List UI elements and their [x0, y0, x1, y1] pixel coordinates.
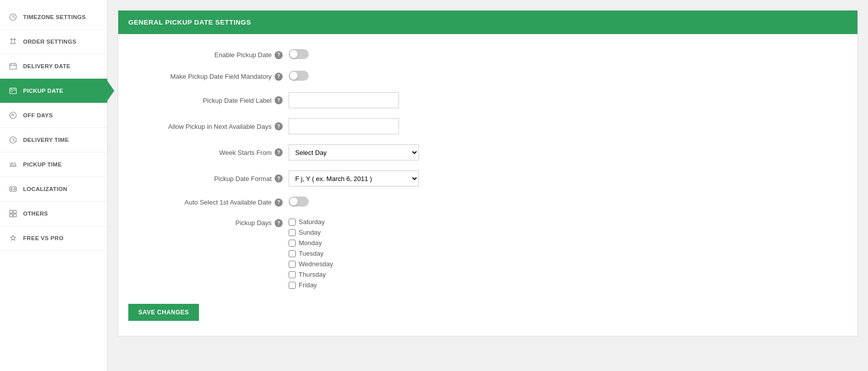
off-days-icon	[8, 110, 18, 120]
date-format-label: Pickup Date Format ?	[128, 174, 289, 182]
checkbox-sunday[interactable]	[289, 229, 296, 236]
field-label-row: Pickup Date Field Label ?	[128, 92, 847, 108]
order-icon	[8, 37, 18, 47]
svg-rect-2	[10, 88, 17, 94]
sidebar-item-off-days[interactable]: Off Days	[0, 103, 107, 128]
field-label-input-container	[289, 92, 399, 108]
day-friday[interactable]: Friday	[289, 281, 333, 289]
day-thursday[interactable]: Thursday	[289, 271, 333, 278]
free-vs-pro-icon	[8, 233, 18, 243]
day-tuesday-label: Tuesday	[299, 250, 323, 257]
card-title: General Pickup Date Settings	[128, 19, 251, 26]
day-tuesday[interactable]: Tuesday	[289, 250, 333, 257]
auto-select-help-icon[interactable]: ?	[275, 199, 283, 207]
checkbox-thursday[interactable]	[289, 271, 296, 278]
day-wednesday[interactable]: Wednesday	[289, 260, 333, 268]
sidebar-label-timezone: Timezone Settings	[23, 14, 86, 20]
svg-rect-10	[10, 214, 13, 217]
sidebar-item-free-vs-pro[interactable]: Free VS Pro	[0, 226, 107, 251]
delivery-date-icon	[8, 61, 18, 71]
sidebar-item-pickup-time[interactable]: Pickup Time	[0, 152, 107, 177]
others-icon	[8, 209, 18, 219]
checkbox-saturday[interactable]	[289, 219, 296, 226]
next-days-help-icon[interactable]: ?	[275, 122, 283, 130]
sidebar-label-others: Others	[23, 211, 48, 217]
pickup-days-help-icon[interactable]: ?	[275, 219, 283, 227]
week-starts-select[interactable]: Select Day Sunday Monday Tuesday Wednesd…	[289, 144, 419, 160]
sidebar-label-pickup: Pickup Date	[23, 88, 63, 94]
checkbox-wednesday[interactable]	[289, 261, 296, 268]
date-format-select-container: F j, Y ( ex. March 6, 2011 ) d/m/Y m/d/Y…	[289, 170, 419, 187]
next-available-days-label: Allow Pickup in Next Available Days ?	[128, 122, 289, 130]
sidebar-item-delivery-date[interactable]: Delivery Date	[0, 54, 107, 79]
sidebar-item-pickup-date[interactable]: Pickup Date	[0, 79, 107, 103]
sidebar-label-order: Order Settings	[23, 39, 76, 45]
mandatory-help-icon[interactable]: ?	[275, 73, 283, 81]
pickup-days-row: Pickup Days ? Saturday Sunday	[128, 218, 847, 289]
sidebar-item-localization[interactable]: Localization	[0, 177, 107, 202]
sidebar-label-offdays: Off Days	[23, 112, 53, 118]
card-body: Enable Pickup Date ? Make Pickup Date Fi…	[118, 34, 857, 336]
sidebar-item-others[interactable]: Others	[0, 202, 107, 226]
enable-pickup-help-icon[interactable]: ?	[275, 51, 283, 59]
week-starts-select-container: Select Day Sunday Monday Tuesday Wednesd…	[289, 144, 419, 160]
day-friday-label: Friday	[299, 281, 317, 289]
enable-pickup-label: Enable Pickup Date ?	[128, 51, 289, 59]
sidebar-label-free-vs-pro: Free VS Pro	[23, 235, 64, 241]
day-monday[interactable]: Monday	[289, 239, 333, 247]
mandatory-label: Make Pickup Date Field Mandatory ?	[128, 73, 289, 81]
date-format-select[interactable]: F j, Y ( ex. March 6, 2011 ) d/m/Y m/d/Y…	[289, 170, 419, 187]
next-available-days-input-container	[289, 118, 399, 134]
day-monday-label: Monday	[299, 239, 322, 247]
day-saturday-label: Saturday	[299, 218, 325, 226]
delivery-time-icon	[8, 135, 18, 145]
sidebar-label-delivery: Delivery Date	[23, 63, 70, 69]
checkbox-tuesday[interactable]	[289, 250, 296, 257]
day-sunday-label: Sunday	[299, 229, 321, 236]
svg-rect-8	[10, 211, 13, 214]
sidebar: Timezone Settings Order Settings Deliver…	[0, 0, 108, 371]
field-label-help-icon[interactable]: ?	[275, 96, 283, 104]
svg-rect-1	[10, 64, 17, 69]
sidebar-item-delivery-time[interactable]: Delivery Time	[0, 128, 107, 152]
date-format-help-icon[interactable]: ?	[275, 174, 283, 182]
week-starts-label: Week Starts From ?	[128, 148, 289, 156]
sidebar-item-order-settings[interactable]: Order Settings	[0, 30, 107, 54]
pickup-date-icon	[8, 86, 18, 96]
day-saturday[interactable]: Saturday	[289, 218, 333, 226]
save-changes-button[interactable]: Save Changes	[128, 304, 199, 321]
auto-select-toggle[interactable]	[289, 197, 309, 207]
timezone-icon	[8, 12, 18, 22]
pickup-time-icon	[8, 159, 18, 169]
svg-rect-3	[12, 91, 13, 92]
next-available-days-input[interactable]	[289, 118, 399, 134]
enable-pickup-toggle[interactable]	[289, 49, 309, 59]
localization-icon	[8, 184, 18, 194]
main-content: General Pickup Date Settings Enable Pick…	[108, 0, 868, 371]
sidebar-label-localization: Localization	[23, 186, 67, 192]
days-checkbox-group: Saturday Sunday Monday Tuesday	[289, 218, 333, 289]
pickup-days-checkboxes: Saturday Sunday Monday Tuesday	[289, 218, 333, 289]
sidebar-label-delivery-time: Delivery Time	[23, 137, 69, 143]
auto-select-toggle-container	[289, 197, 309, 208]
mandatory-toggle[interactable]	[289, 71, 309, 81]
field-label-input[interactable]	[289, 92, 399, 108]
day-sunday[interactable]: Sunday	[289, 229, 333, 236]
enable-pickup-row: Enable Pickup Date ?	[128, 49, 847, 61]
checkbox-monday[interactable]	[289, 240, 296, 247]
auto-select-label: Auto Select 1st Available Date ?	[128, 199, 289, 207]
auto-select-row: Auto Select 1st Available Date ?	[128, 197, 847, 208]
settings-card: General Pickup Date Settings Enable Pick…	[118, 10, 858, 336]
mandatory-toggle-container	[289, 71, 309, 82]
card-header: General Pickup Date Settings	[118, 11, 857, 34]
day-wednesday-label: Wednesday	[299, 260, 333, 268]
week-starts-help-icon[interactable]: ?	[275, 148, 283, 156]
svg-point-6	[12, 163, 13, 164]
sidebar-item-timezone-settings[interactable]: Timezone Settings	[0, 5, 107, 30]
week-starts-row: Week Starts From ? Select Day Sunday Mon…	[128, 144, 847, 160]
sidebar-label-pickup-time: Pickup Time	[23, 161, 62, 167]
mandatory-row: Make Pickup Date Field Mandatory ?	[128, 71, 847, 82]
checkbox-friday[interactable]	[289, 282, 296, 289]
svg-rect-9	[14, 211, 17, 214]
date-format-row: Pickup Date Format ? F j, Y ( ex. March …	[128, 170, 847, 187]
